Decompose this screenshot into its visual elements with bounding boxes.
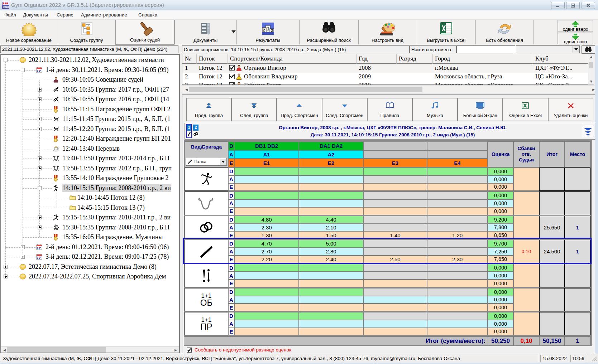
svg-text:GR: GR (3, 5, 8, 9)
svg-text:1: 1 (267, 26, 269, 31)
svg-text:3: 3 (271, 29, 273, 33)
svg-text:2: 2 (263, 28, 265, 32)
